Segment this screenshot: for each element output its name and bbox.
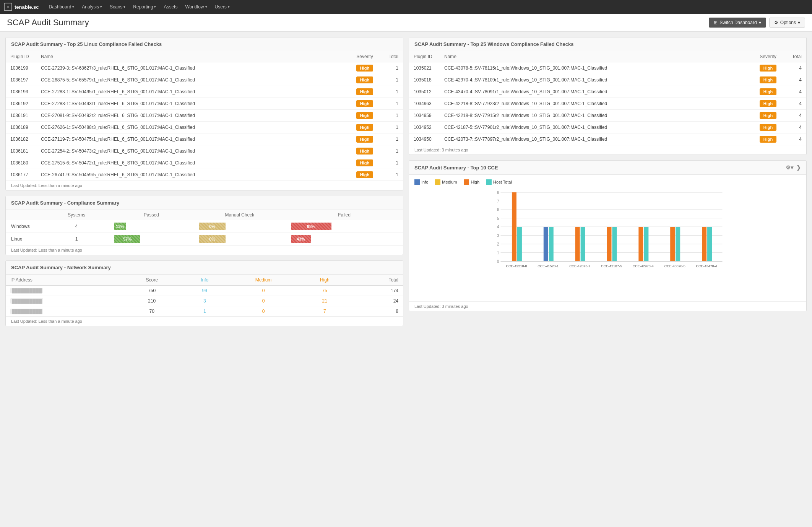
- os-cell: Windows: [6, 220, 44, 233]
- col-header-severity: Severity: [346, 51, 384, 62]
- windows-panel-body: Plugin ID Name Severity Total 1035021 CC…: [409, 51, 806, 145]
- linux-panel-body: Plugin ID Name Severity Total 1036199 CC…: [6, 51, 403, 181]
- table-row[interactable]: 1036191 CCE-27081-9::SV-50492r2_rule:RHE…: [6, 110, 403, 122]
- nav-dashboard[interactable]: Dashboard ▾: [45, 0, 78, 14]
- chevron-right-icon[interactable]: ❯: [796, 164, 801, 171]
- total-cell: 1: [384, 169, 403, 181]
- switch-dashboard-button[interactable]: ⊞ Switch Dashboard ▾: [709, 18, 766, 28]
- table-row: Windows 4 13% 0% 88%: [6, 220, 403, 233]
- table-row[interactable]: 1036182 CCE-27119-7::SV-50475r1_rule:RHE…: [6, 133, 403, 145]
- nav-assets[interactable]: Assets: [160, 0, 181, 14]
- svg-text:7: 7: [497, 199, 499, 203]
- table-row[interactable]: 1036181 CCE-27254-2::SV-50473r2_rule:RHE…: [6, 145, 403, 157]
- table-row[interactable]: 1036199 CCE-27239-3::SV-68627r3_rule:RHE…: [6, 62, 403, 74]
- name-cell: CCE-42218-8::SV-77915r2_rule:Windows_10_…: [440, 110, 749, 122]
- table-row[interactable]: 1034952 CCE-42187-5::SV-77901r2_rule:Win…: [409, 122, 806, 133]
- severity-cell: High: [346, 86, 384, 98]
- table-row[interactable]: 1034950 CCE-42073-7::SV-77897r2_rule:Win…: [409, 133, 806, 145]
- failed-cell: 43%: [286, 233, 403, 246]
- header-actions: ⊞ Switch Dashboard ▾ ⚙ Options ▾: [709, 18, 805, 28]
- col-header-info: Info: [181, 275, 228, 286]
- severity-cell: High: [749, 98, 787, 110]
- total-cell: 8: [351, 306, 403, 317]
- total-cell: 1: [384, 74, 403, 86]
- col-header-name: Name: [440, 51, 749, 62]
- cce-panel-actions: ⚙▾ ❯: [786, 164, 801, 171]
- name-cell: CCE-27239-3::SV-68627r3_rule:RHEL_6_STIG…: [36, 62, 346, 74]
- table-row[interactable]: 1035012 CCE-43470-4::SV-78091r1_rule:Win…: [409, 86, 806, 98]
- table-row[interactable]: 1036189 CCE-27626-1::SV-50488r3_rule:RHE…: [6, 122, 403, 133]
- linux-panel-title: SCAP Audit Summary - Top 25 Linux Compli…: [6, 37, 403, 51]
- chevron-down-icon: ▾: [759, 20, 761, 25]
- plugin-id-cell: 1035012: [409, 86, 440, 98]
- table-row[interactable]: 1034963 CCE-42218-8::SV-77923r2_rule:Win…: [409, 98, 806, 110]
- linux-panel-footer: Last Updated: Less than a minute ago: [6, 181, 403, 190]
- nav-analysis[interactable]: Analysis ▾: [78, 0, 106, 14]
- svg-rect-37: [707, 227, 712, 261]
- windows-panel: SCAP Audit Summary - Top 25 Windows Comp…: [409, 37, 807, 155]
- main-content: SCAP Audit Summary - Top 25 Linux Compli…: [0, 32, 812, 332]
- gear-icon[interactable]: ⚙▾: [786, 164, 793, 171]
- brand-name: tenable.sc: [15, 4, 39, 10]
- svg-rect-31: [644, 227, 648, 261]
- total-cell: 4: [787, 74, 806, 86]
- medium-cell: 0: [228, 296, 299, 306]
- cce-panel-footer: Last Updated: 3 minutes ago: [409, 301, 806, 311]
- table-row[interactable]: 1034959 CCE-42218-8::SV-77915r2_rule:Win…: [409, 110, 806, 122]
- name-cell: CCE-43078-5::SV-78115r1_rule:Windows_10_…: [440, 62, 749, 74]
- chart-legend: InfoMediumHighHost Total: [414, 179, 801, 185]
- name-cell: CCE-42187-5::SV-77901r2_rule:Windows_10_…: [440, 122, 749, 133]
- name-cell: CCE-27283-1::SV-50495r1_rule:RHEL_6_STIG…: [36, 86, 346, 98]
- nav-reporting[interactable]: Reporting ▾: [129, 0, 160, 14]
- svg-text:6: 6: [497, 208, 499, 212]
- col-header-failed: Failed: [286, 210, 403, 220]
- table-row[interactable]: ██████████ 750 99 0 75 174: [6, 286, 403, 296]
- svg-text:CCE-41528-1: CCE-41528-1: [538, 264, 559, 268]
- table-row[interactable]: 1036177 CCE-26741-9::SV-50459r5_rule:RHE…: [6, 169, 403, 181]
- manual-cell: 0%: [193, 220, 286, 233]
- svg-rect-33: [670, 227, 675, 261]
- nav-workflow[interactable]: Workflow ▾: [181, 0, 211, 14]
- severity-cell: High: [749, 86, 787, 98]
- table-row[interactable]: 1035018 CCE-42970-4::SV-78109r1_rule:Win…: [409, 74, 806, 86]
- total-cell: 1: [384, 145, 403, 157]
- svg-rect-22: [549, 227, 554, 261]
- svg-text:1: 1: [497, 251, 499, 255]
- svg-rect-27: [607, 227, 612, 261]
- network-panel-title: SCAP Audit Summary - Network Summary: [6, 261, 403, 275]
- name-cell: CCE-27254-2::SV-50473r2_rule:RHEL_6_STIG…: [36, 145, 346, 157]
- compliance-table: Systems Passed Manual Check Failed Windo…: [6, 210, 403, 245]
- plugin-id-cell: 1034963: [409, 98, 440, 110]
- page-title: SCAP Audit Summary: [7, 18, 89, 28]
- network-panel-body: IP Address Score Info Medium High Total …: [6, 275, 403, 316]
- col-header-severity: Severity: [749, 51, 787, 62]
- chevron-down-icon: ▾: [72, 5, 74, 9]
- svg-text:3: 3: [497, 234, 499, 238]
- total-cell: 4: [787, 110, 806, 122]
- ip-cell: ██████████: [6, 286, 122, 296]
- table-row[interactable]: ██████████ 210 3 0 21 24: [6, 296, 403, 306]
- table-row[interactable]: 1036193 CCE-27283-1::SV-50495r1_rule:RHE…: [6, 86, 403, 98]
- table-row[interactable]: ██████████ 70 1 0 7 8: [6, 306, 403, 317]
- severity-cell: High: [749, 122, 787, 133]
- table-row[interactable]: 1035021 CCE-43078-5::SV-78115r1_rule:Win…: [409, 62, 806, 74]
- cce-panel: SCAP Audit Summary - Top 10 CCE ⚙▾ ❯ Inf…: [409, 160, 807, 311]
- nav-scans[interactable]: Scans ▾: [106, 0, 129, 14]
- brand[interactable]: ● tenable.sc: [4, 3, 39, 11]
- table-row[interactable]: 1036192 CCE-27283-1::SV-50493r1_rule:RHE…: [6, 98, 403, 110]
- network-panel: SCAP Audit Summary - Network Summary IP …: [5, 260, 403, 326]
- table-row[interactable]: 1036180 CCE-27515-6::SV-50472r1_rule:RHE…: [6, 157, 403, 169]
- nav-users[interactable]: Users ▾: [211, 0, 234, 14]
- svg-rect-36: [702, 227, 706, 261]
- plugin-id-cell: 1036199: [6, 62, 36, 74]
- windows-table: Plugin ID Name Severity Total 1035021 CC…: [409, 51, 806, 145]
- legend-item: Info: [414, 179, 428, 185]
- severity-cell: High: [346, 110, 384, 122]
- navbar: ● tenable.sc Dashboard ▾ Analysis ▾ Scan…: [0, 0, 812, 14]
- svg-text:CCE-43078-5: CCE-43078-5: [664, 264, 685, 268]
- info-cell: 3: [181, 296, 228, 306]
- windows-panel-title: SCAP Audit Summary - Top 25 Windows Comp…: [409, 37, 806, 51]
- table-row[interactable]: 1036197 CCE-26875-5::SV-65579r1_rule:RHE…: [6, 74, 403, 86]
- options-button[interactable]: ⚙ Options ▾: [769, 18, 805, 28]
- gear-icon: ⚙: [774, 20, 778, 25]
